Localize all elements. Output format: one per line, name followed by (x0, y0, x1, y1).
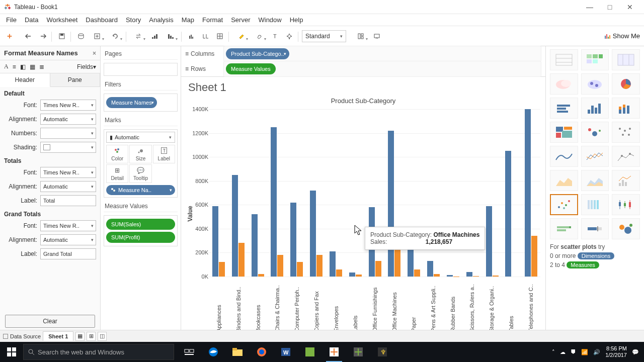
bar-group[interactable] (229, 175, 248, 277)
firefox-icon[interactable] (251, 342, 273, 362)
mark-label[interactable]: 🅃Label (153, 145, 175, 163)
attach-button[interactable] (251, 30, 268, 43)
bar-profit[interactable] (493, 276, 499, 277)
bar-sales[interactable] (505, 151, 511, 277)
default-shading-select[interactable] (40, 142, 96, 153)
bar-group[interactable] (209, 206, 228, 277)
grand-alignment-select[interactable]: Automatic (40, 234, 96, 245)
bar-sales[interactable] (466, 272, 472, 277)
tableau-icon[interactable] (3, 30, 16, 43)
word-icon[interactable]: W (275, 342, 297, 362)
totals-alignment-select[interactable]: Automatic (40, 181, 96, 192)
show-labels-button[interactable] (185, 30, 198, 43)
bar-sales[interactable] (310, 191, 316, 277)
notifications-icon[interactable]: 💬 (632, 349, 639, 355)
showme-thumb[interactable] (581, 98, 609, 119)
bar-profit[interactable] (316, 255, 323, 277)
bar-group[interactable] (522, 109, 540, 277)
bar-sales[interactable] (212, 206, 218, 277)
refresh-button[interactable] (107, 30, 124, 43)
fields-dropdown[interactable]: Fields▾ (77, 63, 96, 70)
sheet1-tab[interactable]: Sheet 1 (43, 331, 73, 341)
sort-asc-button[interactable] (148, 30, 161, 43)
start-button[interactable] (0, 342, 23, 362)
menu-file[interactable]: File (2, 15, 21, 25)
bar-sales[interactable] (388, 131, 394, 277)
bar-group[interactable] (463, 272, 482, 277)
bar-sales[interactable] (447, 275, 453, 277)
showme-thumb[interactable] (550, 98, 578, 119)
bar-group[interactable] (424, 261, 443, 277)
new-data-button[interactable] (74, 30, 88, 43)
mark-color[interactable]: Color (106, 145, 128, 163)
bar-sales[interactable] (271, 127, 277, 277)
grand-label-input[interactable]: Grand Total (40, 248, 96, 259)
bar-profit[interactable] (473, 276, 479, 277)
bar-profit[interactable] (531, 236, 537, 277)
tab-pane[interactable]: Pane (50, 73, 101, 86)
showme-thumb[interactable] (581, 170, 609, 191)
format-close-icon[interactable]: × (93, 50, 96, 57)
text-button[interactable]: T (269, 30, 282, 43)
bar-profit[interactable] (297, 262, 303, 277)
bar-profit[interactable] (336, 269, 342, 277)
new-worksheet-tab[interactable]: ▦ (75, 332, 85, 341)
menu-window[interactable]: Window (254, 15, 285, 25)
bar-group[interactable] (287, 203, 306, 277)
shading-icon[interactable]: ◧ (20, 63, 26, 70)
tray-up-icon[interactable]: ˄ (552, 349, 555, 355)
lines-icon[interactable]: ≣ (39, 63, 44, 70)
undo-button[interactable] (22, 30, 35, 43)
menu-data[interactable]: Data (21, 15, 42, 25)
filters-shelf[interactable]: Measure Names▾ (104, 94, 178, 112)
showme-thumb[interactable] (581, 49, 609, 70)
save-button[interactable] (55, 30, 68, 43)
datasource-tab[interactable]: Data Source (3, 333, 41, 339)
bar-profit[interactable] (414, 269, 420, 277)
bar-sales[interactable] (349, 273, 355, 277)
task-view-icon[interactable] (178, 342, 200, 362)
menu-help[interactable]: Help (286, 15, 307, 25)
filter-pill-measure-names[interactable]: Measure Names▾ (106, 97, 157, 108)
borders-icon[interactable]: ▦ (30, 63, 35, 70)
totals-label-input[interactable]: Total (40, 195, 96, 206)
rows-shelf[interactable]: Measure Values (223, 61, 541, 77)
showme-thumb[interactable] (550, 73, 578, 95)
tab-header[interactable]: Header (0, 73, 50, 87)
bar-group[interactable] (307, 191, 326, 277)
showme-thumb[interactable] (550, 218, 578, 239)
clock[interactable]: 8:56 PM 1/2/2017 (605, 345, 627, 358)
showme-thumb[interactable] (612, 218, 640, 239)
app-green-icon[interactable] (299, 342, 321, 362)
showme-thumb[interactable] (581, 218, 609, 239)
bar-profit[interactable] (238, 243, 245, 277)
bar-group[interactable] (444, 275, 462, 277)
mv-pill-sales[interactable]: SUM(Sales) (106, 219, 175, 230)
plot[interactable] (209, 109, 540, 277)
color-pill-measure-names[interactable]: Measure Na..▾ (106, 185, 175, 195)
mark-type-select[interactable]: ▮Automatic (106, 132, 175, 143)
bar-sales[interactable] (330, 251, 336, 277)
measure-values-shelf[interactable]: SUM(Sales) SUM(Profit) (104, 215, 178, 246)
pin-button[interactable] (283, 30, 296, 43)
new-story-tab[interactable]: ◫ (98, 332, 107, 341)
menu-server[interactable]: Server (227, 15, 254, 25)
swap-button[interactable] (130, 30, 147, 43)
bar-group[interactable] (268, 127, 286, 277)
menu-analysis[interactable]: Analysis (145, 15, 177, 25)
showme-thumb[interactable] (581, 73, 609, 95)
bar-sales[interactable] (290, 203, 296, 277)
group-button[interactable] (199, 30, 212, 43)
bar-profit[interactable] (434, 274, 440, 277)
font-icon[interactable]: A (4, 63, 9, 70)
showme-toggle[interactable]: Show Me (604, 32, 640, 40)
menu-worksheet[interactable]: Worksheet (42, 15, 82, 25)
showme-thumb[interactable] (550, 170, 578, 191)
showme-thumb[interactable] (612, 122, 640, 143)
menu-story[interactable]: Story (122, 15, 145, 25)
sort-desc-button[interactable] (162, 30, 179, 43)
totals-button[interactable] (213, 30, 226, 43)
default-numbers-select[interactable] (40, 128, 96, 139)
bar-group[interactable] (346, 273, 365, 277)
maximize-button[interactable]: □ (600, 0, 620, 14)
